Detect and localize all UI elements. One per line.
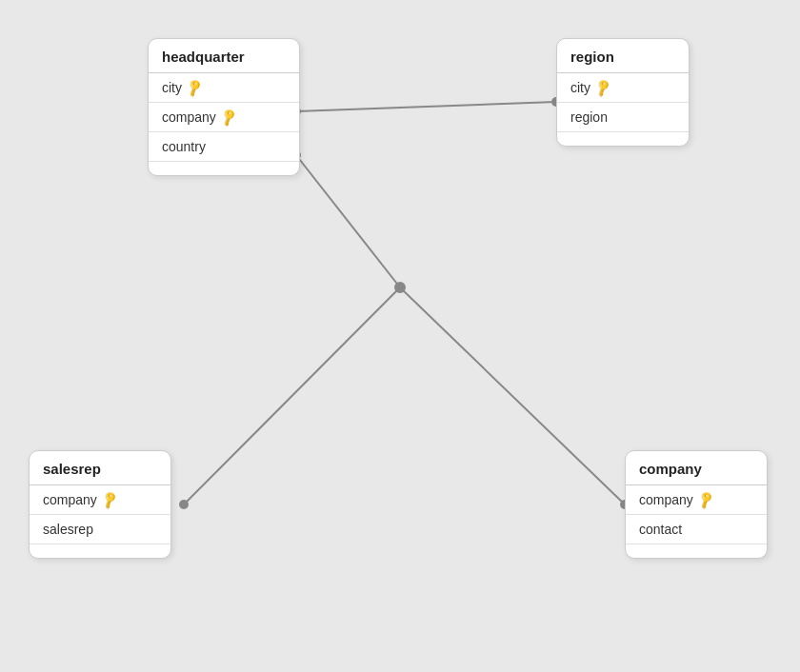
svg-point-9 [394,282,406,293]
table-company-title: company [626,451,767,485]
field-city-label: city [570,80,590,95]
svg-line-3 [400,287,625,504]
svg-line-1 [296,155,400,287]
svg-line-0 [296,102,556,111]
field-city-label: city [162,80,182,95]
table-row: country [149,132,299,162]
key-icon: 🔑 [184,78,204,98]
diagram-canvas: headquarter city 🔑 company 🔑 country reg… [0,0,800,672]
table-row: company 🔑 [30,485,170,515]
table-row: city 🔑 [149,73,299,103]
table-region-title: region [557,39,689,73]
table-spacer [626,544,767,558]
table-row: company 🔑 [626,485,767,515]
table-row: salesrep [30,515,170,544]
table-row: company 🔑 [149,103,299,132]
svg-point-7 [179,500,189,509]
field-salesrep-label: salesrep [43,522,93,537]
table-headquarter-title: headquarter [149,39,299,73]
table-spacer [149,162,299,175]
field-country-label: country [162,139,206,154]
field-company-label: company [162,109,216,125]
table-company[interactable]: company company 🔑 contact [625,450,768,559]
table-headquarter[interactable]: headquarter city 🔑 company 🔑 country [148,38,300,176]
table-row: city 🔑 [557,73,689,103]
table-spacer [557,132,689,146]
key-icon: 🔑 [695,490,715,510]
field-company-label: company [639,492,693,507]
svg-line-2 [184,287,400,504]
table-salesrep[interactable]: salesrep company 🔑 salesrep [29,450,171,559]
field-region-label: region [570,109,608,125]
table-spacer [30,544,170,558]
table-region[interactable]: region city 🔑 region [556,38,690,147]
table-row: region [557,103,689,132]
field-company-label: company [43,492,97,507]
key-icon: 🔑 [218,108,238,128]
table-salesrep-title: salesrep [30,451,170,485]
table-row: contact [626,515,767,544]
field-contact-label: contact [639,522,682,537]
key-icon: 🔑 [99,490,119,510]
key-icon: 🔑 [592,78,612,98]
